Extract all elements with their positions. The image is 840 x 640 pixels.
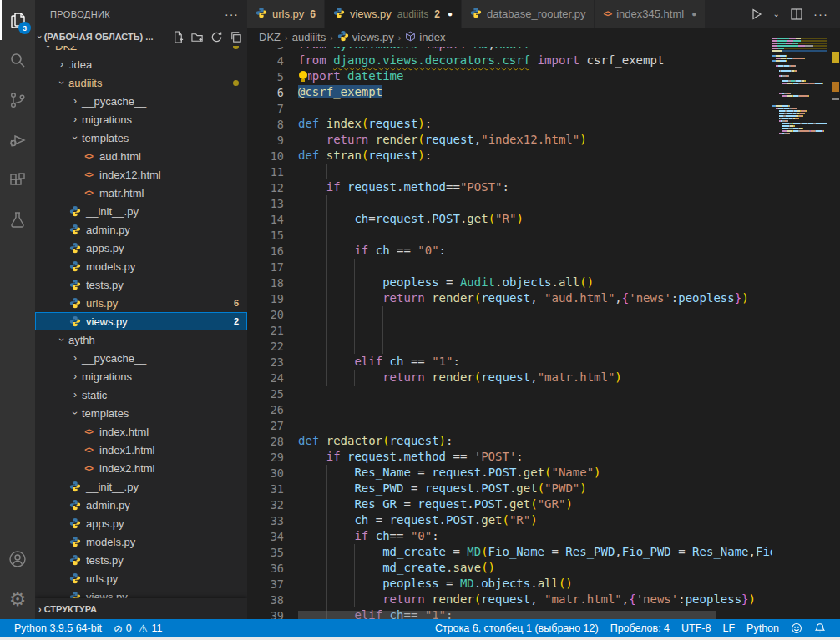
code-line-22[interactable]: 22 bbox=[247, 338, 772, 354]
tree-item-apps-py[interactable]: apps.py bbox=[35, 239, 247, 257]
code-line-3[interactable]: 3from aythh.models import MD,Audit bbox=[247, 47, 772, 53]
run-dropdown-chevron-icon[interactable]: ⌄ bbox=[773, 9, 780, 18]
code-editor[interactable]: 3from aythh.models import MD,Audit4from … bbox=[247, 47, 772, 619]
outline-section-header[interactable]: › СТРУКТУРА bbox=[35, 598, 247, 619]
code-line-6[interactable]: 6@csrf_exempt bbox=[247, 84, 772, 100]
editor-more-icon[interactable]: ··· bbox=[813, 7, 828, 21]
code-line-25[interactable]: 25 bbox=[247, 386, 772, 401]
status-encoding[interactable]: UTF-8 bbox=[676, 619, 716, 637]
code-line-30[interactable]: 30 Res_Name = request.POST.get("Name") bbox=[247, 465, 772, 481]
new-folder-icon[interactable] bbox=[191, 31, 204, 43]
breadcrumb-item-index[interactable]: index bbox=[405, 31, 445, 44]
status-python-interpreter[interactable]: Python 3.9.5 64-bit bbox=[8, 619, 108, 637]
tree-item-models-py[interactable]: models.py bbox=[35, 532, 247, 551]
code-line-11[interactable]: 11 bbox=[247, 164, 772, 179]
account-icon[interactable] bbox=[0, 539, 35, 579]
status-cursor-position[interactable]: Строка 6, столбец 1 (выбрано 12) bbox=[429, 619, 605, 637]
code-line-18[interactable]: 18 peopless = Audit.objects.all() bbox=[247, 275, 772, 290]
refresh-icon[interactable] bbox=[210, 31, 223, 43]
tree-item-views-py[interactable]: views.py bbox=[35, 587, 247, 598]
tree-item--pycache-[interactable]: ›__pycache__ bbox=[35, 92, 247, 110]
settings-gear-icon[interactable]: ⚙ bbox=[0, 579, 35, 619]
tree-item-migrations[interactable]: ›migrations bbox=[35, 367, 247, 386]
breadcrumb-item-dkz[interactable]: DKZ bbox=[259, 31, 281, 43]
status-feedback-icon[interactable] bbox=[785, 619, 808, 637]
dirty-dot-icon[interactable]: ● bbox=[691, 9, 696, 18]
tree-item-static[interactable]: ›static bbox=[35, 386, 247, 404]
tree-item-index1-html[interactable]: <>index1.html bbox=[35, 441, 247, 459]
tree-item--init-py[interactable]: __init__.py bbox=[35, 477, 247, 496]
tree-item-urls-py[interactable]: urls.py bbox=[35, 569, 247, 587]
code-line-26[interactable]: 26 bbox=[247, 401, 772, 417]
code-line-19[interactable]: 19 return render(request, "aud.html",{'n… bbox=[247, 290, 772, 306]
tab-views-py[interactable]: views.pyaudiiits2● bbox=[325, 0, 462, 28]
code-line-27[interactable]: 27 bbox=[247, 417, 772, 433]
overview-ruler[interactable] bbox=[827, 0, 840, 619]
tree-item-admin-py[interactable]: admin.py bbox=[35, 496, 247, 514]
tree-item-index12-html[interactable]: <>index12.html bbox=[35, 165, 247, 184]
status-language-mode[interactable]: Python bbox=[741, 619, 785, 637]
code-line-34[interactable]: 34 if ch== "0": bbox=[247, 528, 772, 544]
code-line-33[interactable]: 33 ch = request.POST.get("R") bbox=[247, 512, 772, 528]
split-editor-icon[interactable] bbox=[790, 8, 803, 21]
tree-item-audiiits[interactable]: ›audiiits bbox=[35, 73, 247, 92]
workspace-section-header[interactable]: › (РАБОЧАЯ ОБЛАСТЬ) ... bbox=[35, 28, 247, 46]
code-line-7[interactable]: 7 bbox=[247, 100, 772, 116]
tab-urls-py[interactable]: urls.py6 bbox=[247, 0, 325, 28]
tree-item--init-py[interactable]: __init__.py bbox=[35, 202, 247, 220]
code-line-15[interactable]: 15 bbox=[247, 227, 772, 243]
code-line-32[interactable]: 32 Res_GR = request.POST.get("GR") bbox=[247, 496, 772, 512]
tree-item-models-py[interactable]: models.py bbox=[35, 257, 247, 275]
breadcrumb-item-views-py[interactable]: views.py bbox=[337, 30, 394, 44]
extensions-icon[interactable] bbox=[0, 160, 35, 200]
tree-item-admin-py[interactable]: admin.py bbox=[35, 220, 247, 239]
status-bell-icon[interactable] bbox=[808, 619, 832, 637]
code-line-29[interactable]: 29 if request.method == 'POST': bbox=[247, 449, 772, 465]
code-line-24[interactable]: 24 return render(request,"matr.html") bbox=[247, 370, 772, 386]
tree-item-matr-html[interactable]: <>matr.html bbox=[35, 184, 247, 202]
code-line-17[interactable]: 17 bbox=[247, 259, 772, 275]
tree-item-migrations[interactable]: ›migrations bbox=[35, 110, 247, 129]
tree-item--idea[interactable]: ›.idea bbox=[35, 55, 247, 73]
tree-item--pycache-[interactable]: ›__pycache__ bbox=[35, 349, 247, 367]
code-line-16[interactable]: 16 if ch == "0": bbox=[247, 243, 772, 259]
code-line-37[interactable]: 37 peopless = MD.objects.all() bbox=[247, 576, 772, 592]
tree-item-aud-html[interactable]: <>aud.html bbox=[35, 147, 247, 165]
tree-item-tests-py[interactable]: tests.py bbox=[35, 275, 247, 294]
minimap[interactable] bbox=[772, 28, 827, 619]
tree-item-urls-py[interactable]: urls.py6 bbox=[35, 294, 247, 312]
source-control-icon[interactable] bbox=[0, 80, 35, 120]
code-line-35[interactable]: 35 md_create = MD(Fio_Name = Res_PWD,Fio… bbox=[247, 544, 772, 560]
code-line-4[interactable]: 4from django.views.decorators.csrf impor… bbox=[247, 53, 772, 68]
status-eol[interactable]: LF bbox=[716, 619, 741, 637]
dirty-dot-icon[interactable]: ● bbox=[448, 9, 453, 18]
code-line-20[interactable]: 20 bbox=[247, 306, 772, 322]
tab-database-roouter-py[interactable]: database_roouter.py bbox=[462, 0, 595, 28]
testing-icon[interactable] bbox=[0, 200, 35, 240]
run-python-file-icon[interactable] bbox=[750, 8, 763, 21]
code-line-23[interactable]: 23 elif ch == "1": bbox=[247, 354, 772, 370]
code-line-9[interactable]: 9 return render(request,"index12.html") bbox=[247, 132, 772, 148]
status-problems[interactable]: ⊘0⚠11 bbox=[108, 619, 169, 637]
tree-item-views-py[interactable]: views.py2 bbox=[35, 312, 247, 330]
tree-item-aythh[interactable]: ›aythh bbox=[35, 330, 247, 349]
new-file-icon[interactable] bbox=[172, 31, 185, 43]
code-line-14[interactable]: 14 ch=request.POST.get("R") bbox=[247, 211, 772, 227]
code-line-12[interactable]: 12 if request.method=="POST": bbox=[247, 179, 772, 195]
tree-item-apps-py[interactable]: apps.py bbox=[35, 514, 247, 532]
code-line-21[interactable]: 21 bbox=[247, 322, 772, 338]
explorer-icon[interactable]: 3 bbox=[0, 0, 35, 40]
tree-item-index-html[interactable]: <>index.html bbox=[35, 422, 247, 441]
tree-item-tests-py[interactable]: tests.py bbox=[35, 551, 247, 569]
code-line-5[interactable]: 5import datetime bbox=[247, 68, 772, 84]
status-indentation[interactable]: Пробелов: 4 bbox=[605, 619, 676, 637]
code-line-10[interactable]: 10def stran(request): bbox=[247, 148, 772, 164]
run-debug-icon[interactable] bbox=[0, 120, 35, 160]
code-line-38[interactable]: 38 return render(request, "matr.html",{'… bbox=[247, 592, 772, 607]
tree-item-templates[interactable]: ›templates bbox=[35, 129, 247, 147]
code-line-13[interactable]: 13 bbox=[247, 195, 772, 211]
tree-item-templates[interactable]: ›templates bbox=[35, 404, 247, 422]
search-icon[interactable] bbox=[0, 40, 35, 80]
breadcrumb-item-audiiits[interactable]: audiiits bbox=[292, 31, 326, 43]
collapse-all-icon[interactable] bbox=[230, 31, 242, 43]
